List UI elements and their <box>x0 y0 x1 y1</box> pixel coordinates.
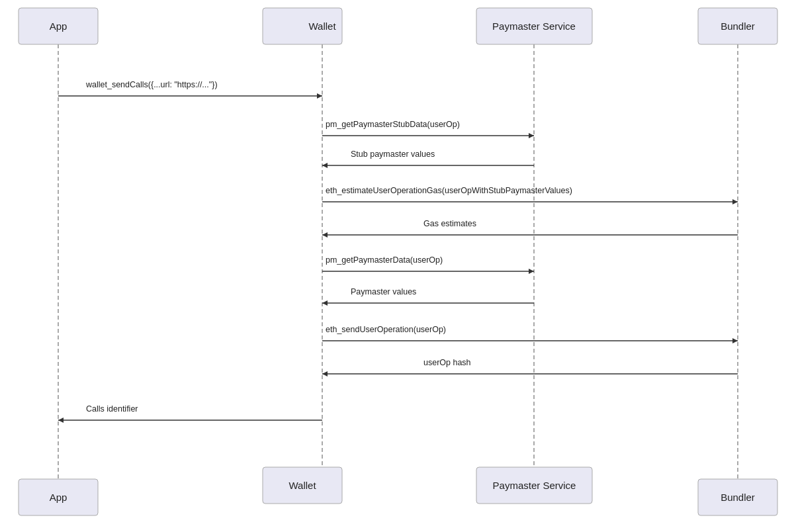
svg-text:Calls identifier: Calls identifier <box>86 404 138 414</box>
svg-text:Bundler: Bundler <box>721 492 755 503</box>
svg-text:pm_getPaymasterData(userOp): pm_getPaymasterData(userOp) <box>326 255 443 265</box>
svg-text:Paymaster values: Paymaster values <box>351 287 416 296</box>
svg-marker-42 <box>732 338 738 343</box>
svg-text:userOp hash: userOp hash <box>423 358 471 367</box>
svg-rect-6 <box>263 8 342 44</box>
svg-rect-18 <box>698 479 777 515</box>
svg-marker-27 <box>322 163 328 168</box>
svg-marker-24 <box>529 133 534 138</box>
svg-text:App: App <box>50 21 67 32</box>
svg-rect-4 <box>19 8 98 44</box>
svg-text:Gas estimates: Gas estimates <box>423 219 476 228</box>
svg-text:Stub paymaster values: Stub paymaster values <box>351 150 435 159</box>
diagram-svg: AppWalletPaymaster ServiceBundlerAppWall… <box>0 0 794 532</box>
svg-text:wallet_sendCalls({...url: "htt: wallet_sendCalls({...url: "https://..."}… <box>85 80 218 89</box>
svg-text:pm_getPaymasterStubData(userOp: pm_getPaymasterStubData(userOp) <box>326 120 460 129</box>
svg-rect-16 <box>476 467 592 504</box>
svg-text:Bundler: Bundler <box>721 21 755 32</box>
svg-rect-10 <box>698 8 777 44</box>
sequence-diagram: AppWalletPaymaster ServiceBundlerAppWall… <box>0 0 794 532</box>
svg-text:App: App <box>50 492 67 503</box>
svg-marker-48 <box>58 418 64 423</box>
svg-text:eth_sendUserOperation(userOp): eth_sendUserOperation(userOp) <box>326 325 446 334</box>
svg-text:Wallet: Wallet <box>288 480 316 491</box>
svg-text:Paymaster Service: Paymaster Service <box>493 480 576 491</box>
svg-text:Wallet: Wallet <box>308 21 336 32</box>
svg-marker-45 <box>322 371 328 377</box>
svg-marker-39 <box>322 300 328 306</box>
svg-rect-8 <box>476 8 592 44</box>
svg-marker-33 <box>322 232 328 238</box>
svg-marker-21 <box>317 93 322 99</box>
svg-marker-36 <box>529 269 534 274</box>
svg-text:eth_estimateUserOperationGas(u: eth_estimateUserOperationGas(userOpWithS… <box>326 186 572 195</box>
svg-rect-12 <box>19 479 98 515</box>
svg-rect-14 <box>263 467 342 504</box>
svg-text:Paymaster Service: Paymaster Service <box>492 21 576 32</box>
svg-marker-30 <box>732 199 738 204</box>
